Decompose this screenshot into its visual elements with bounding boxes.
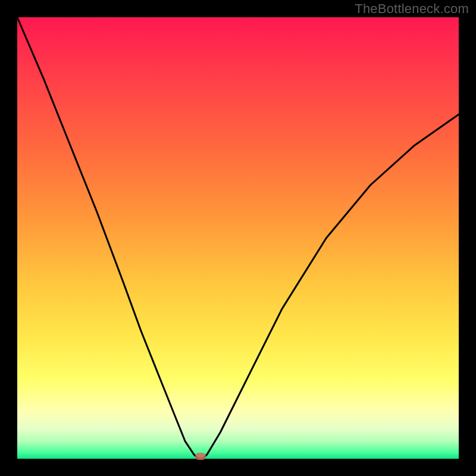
curve-path <box>17 17 459 459</box>
plot-area <box>17 17 459 459</box>
watermark-text: TheBottleneck.com <box>355 1 469 17</box>
min-marker <box>195 453 206 460</box>
chart-frame: TheBottleneck.com <box>0 0 476 476</box>
bottleneck-curve <box>17 17 459 459</box>
